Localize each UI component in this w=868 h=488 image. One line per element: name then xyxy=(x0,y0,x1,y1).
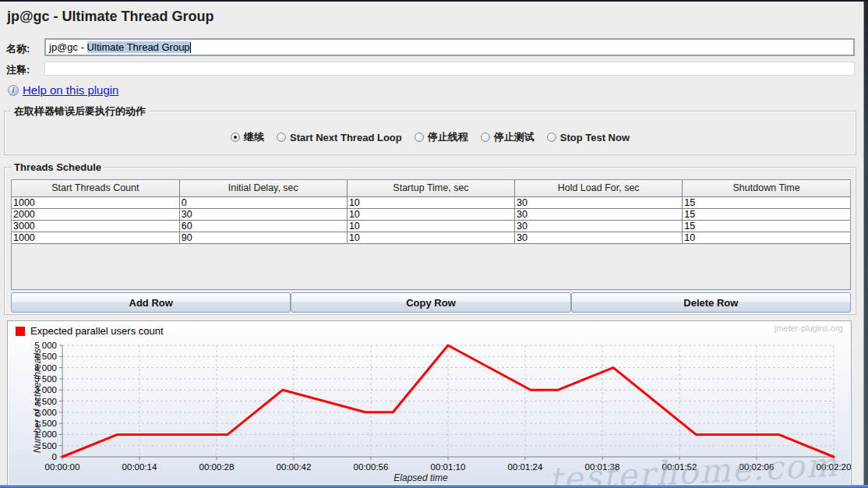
error-action-group-title: 在取样器错误后要执行的动作 xyxy=(11,105,149,117)
delete-row-button[interactable]: Delete Row xyxy=(571,292,851,313)
chart-legend: Expected parallel users count xyxy=(16,325,164,337)
x-tick-label: 00:01:24 xyxy=(508,462,543,472)
radio-option-label: Start Next Thread Loop xyxy=(290,132,402,143)
table-cell[interactable]: 0 xyxy=(179,196,347,208)
radio-option-label: Stop Test Now xyxy=(560,132,630,143)
info-icon: i xyxy=(8,85,19,96)
table-cell[interactable]: 15 xyxy=(683,208,850,220)
name-label: 名称: xyxy=(6,42,30,56)
column-header: Initial Delay, sec xyxy=(179,180,347,196)
table-row: 100090103010 xyxy=(12,232,850,243)
radio-unselected-icon[interactable] xyxy=(547,133,556,142)
threads-preview-chart: 05001 0001 5002 0002 5003 0003 5004 0004… xyxy=(7,320,852,486)
table-cell[interactable]: 15 xyxy=(683,196,850,208)
radio-unselected-icon[interactable] xyxy=(277,133,286,142)
y-tick-label: 500 xyxy=(42,441,57,451)
table-cell[interactable]: 1000 xyxy=(12,232,179,243)
table-cell[interactable]: 2000 xyxy=(12,208,179,220)
name-input[interactable]: jp@gc - Ultimate Thread Group xyxy=(44,38,855,56)
table-cell[interactable]: 1000 xyxy=(12,196,179,208)
page-title: jp@gc - Ultimate Thread Group xyxy=(7,9,214,25)
window-right-edge xyxy=(863,2,868,488)
radio-option-label: 继续 xyxy=(244,130,264,144)
name-value-prefix: jp@gc - xyxy=(49,41,87,53)
x-tick-label: 00:00:56 xyxy=(354,462,389,472)
x-tick-label: 00:02:20 xyxy=(817,462,851,472)
table-cell[interactable]: 10 xyxy=(347,208,514,220)
radio-option-label: 停止测试 xyxy=(494,130,535,144)
radio-option[interactable]: Stop Test Now xyxy=(547,130,630,144)
radio-option-label: 停止线程 xyxy=(428,130,468,144)
threads-schedule-group-title: Threads Schedule xyxy=(11,161,104,173)
name-value-selected-text: Ultimate Thread Group xyxy=(87,41,190,53)
table-cell[interactable]: 30 xyxy=(515,208,683,220)
x-tick-label: 00:01:10 xyxy=(431,462,466,472)
ultimate-thread-group-panel: jp@gc - Ultimate Thread Group 名称: jp@gc … xyxy=(0,0,868,488)
radio-selected-icon[interactable] xyxy=(231,133,240,142)
legend-swatch-red xyxy=(16,327,25,336)
comment-input[interactable] xyxy=(44,62,855,76)
radio-unselected-icon[interactable] xyxy=(481,133,490,142)
threads-table: Start Threads CountInitial Delay, secSta… xyxy=(12,180,850,244)
add-row-button[interactable]: Add Row xyxy=(11,292,291,313)
jmeter-plugins-watermark: jmeter-plugins.org xyxy=(774,324,843,333)
table-cell[interactable]: 10 xyxy=(347,220,514,232)
error-action-group: 在取样器错误后要执行的动作 继续Start Next Thread Loop停止… xyxy=(4,111,856,155)
window-bottom-edge xyxy=(0,485,868,488)
threads-table-scrollpane: Start Threads CountInitial Delay, secSta… xyxy=(11,179,851,290)
radio-option[interactable]: 停止线程 xyxy=(415,130,468,144)
x-tick-label: 00:02:06 xyxy=(739,462,774,472)
table-cell[interactable]: 10 xyxy=(683,232,850,243)
y-axis-title: Number of active threads xyxy=(32,342,43,459)
table-cell[interactable]: 3000 xyxy=(12,220,179,232)
table-cell[interactable]: 90 xyxy=(179,232,347,243)
table-buttons-row: Add Row Copy Row Delete Row xyxy=(11,292,851,313)
x-tick-label: 00:01:52 xyxy=(662,462,697,472)
help-link[interactable]: Help on this plugin xyxy=(23,83,118,97)
table-cell[interactable]: 60 xyxy=(179,220,347,232)
table-row: 200030103015 xyxy=(12,208,850,220)
error-action-radio-group: 继续Start Next Thread Loop停止线程停止测试Stop Tes… xyxy=(5,130,856,144)
legend-label: Expected parallel users count xyxy=(30,325,164,337)
threads-schedule-group: Threads Schedule Start Threads CountInit… xyxy=(4,167,856,315)
copy-row-button[interactable]: Copy Row xyxy=(291,292,570,313)
radio-option[interactable]: 继续 xyxy=(231,130,264,144)
y-tick-label: 0 xyxy=(52,452,57,461)
table-cell[interactable]: 15 xyxy=(683,220,850,232)
help-row: i Help on this plugin xyxy=(8,83,118,97)
x-tick-label: 00:01:38 xyxy=(585,462,620,472)
table-cell[interactable]: 30 xyxy=(179,208,347,220)
x-tick-label: 00:00:28 xyxy=(199,462,235,472)
table-row: 300060103015 xyxy=(12,220,850,232)
table-cell[interactable]: 10 xyxy=(347,232,514,243)
x-tick-label: 00:00:14 xyxy=(122,462,157,472)
column-header: Start Threads Count xyxy=(12,180,179,196)
chart-canvas: 05001 0001 5002 0002 5003 0003 5004 0004… xyxy=(8,321,851,485)
text-caret xyxy=(190,42,191,53)
column-header: Shutdown Time xyxy=(683,180,850,196)
table-cell[interactable]: 30 xyxy=(515,220,683,232)
table-row: 10000103015 xyxy=(12,196,850,208)
table-header-row: Start Threads CountInitial Delay, secSta… xyxy=(12,180,850,196)
column-header: Hold Load For, sec xyxy=(515,180,683,196)
radio-option[interactable]: Start Next Thread Loop xyxy=(277,130,402,144)
radio-option[interactable]: 停止测试 xyxy=(481,130,535,144)
table-cell[interactable]: 30 xyxy=(515,232,683,243)
x-tick-label: 00:00:00 xyxy=(45,462,80,472)
table-cell[interactable]: 30 xyxy=(515,196,683,208)
comment-label: 注释: xyxy=(6,63,30,77)
column-header: Startup Time, sec xyxy=(347,180,514,196)
radio-unselected-icon[interactable] xyxy=(415,133,424,142)
x-axis-title: Elapsed time xyxy=(8,472,834,483)
x-tick-label: 00:00:42 xyxy=(277,462,312,472)
table-cell[interactable]: 10 xyxy=(347,196,514,208)
